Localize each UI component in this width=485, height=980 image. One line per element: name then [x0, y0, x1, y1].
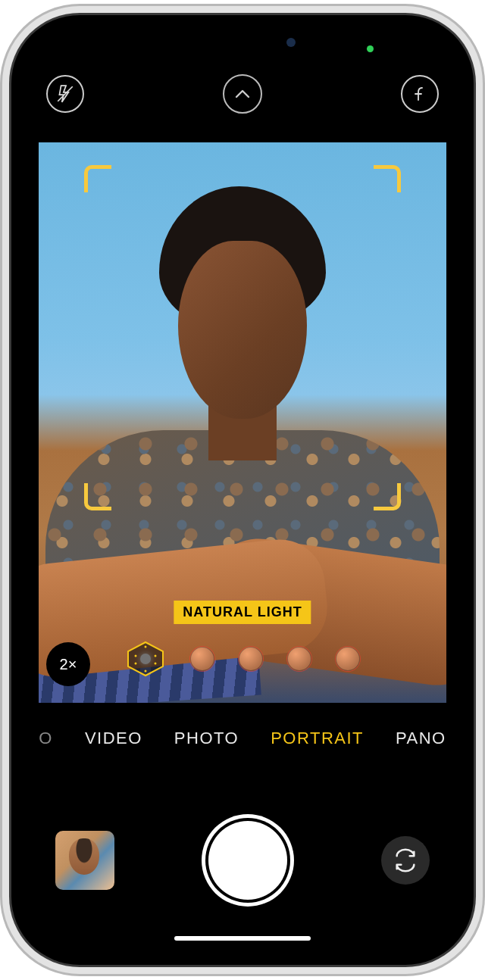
svg-point-2 [135, 655, 137, 657]
svg-point-3 [155, 655, 157, 657]
mode-item-pano[interactable]: PANO [396, 729, 446, 748]
hexagon-icon [125, 641, 166, 677]
focus-corner-icon [84, 165, 111, 192]
chevron-up-icon [235, 89, 250, 98]
mode-item-video[interactable]: VIDEO [85, 729, 142, 748]
zoom-level-button[interactable]: 2× [46, 642, 90, 686]
lighting-option-selected[interactable] [125, 641, 166, 677]
home-indicator[interactable] [174, 936, 311, 941]
lighting-selector[interactable] [125, 641, 360, 677]
focus-corner-icon [374, 165, 401, 192]
power-button [473, 257, 474, 341]
notch [152, 29, 333, 56]
camera-bottom-bar [27, 815, 458, 906]
lighting-option[interactable] [239, 647, 263, 671]
flash-off-icon [55, 84, 75, 104]
f-number-icon [411, 85, 429, 103]
focus-corner-icon [84, 483, 111, 510]
camera-mode-selector[interactable]: O VIDEO PHOTO PORTRAIT PANO [27, 719, 458, 757]
viewfinder[interactable]: NATURAL LIGHT 2× [39, 142, 446, 703]
lighting-option[interactable] [190, 647, 214, 671]
camera-in-use-indicator [367, 45, 374, 52]
svg-point-5 [155, 663, 157, 665]
camera-flip-icon [393, 847, 418, 873]
focus-corner-icon [374, 483, 401, 510]
camera-flip-button[interactable] [381, 836, 430, 885]
camera-controls-expand-button[interactable] [223, 74, 262, 114]
camera-top-bar [27, 70, 458, 118]
mode-item-photo[interactable]: PHOTO [174, 729, 239, 748]
mode-item[interactable]: O [39, 729, 53, 748]
svg-point-7 [145, 670, 147, 673]
iphone-device-frame: NATURAL LIGHT 2× [11, 15, 474, 965]
zoom-level-value: 2× [60, 656, 77, 673]
lighting-option[interactable] [287, 647, 311, 671]
last-photo-thumbnail[interactable] [55, 831, 114, 890]
screen: NATURAL LIGHT 2× [27, 29, 458, 951]
shutter-button[interactable] [208, 821, 287, 900]
depth-control-button[interactable] [401, 75, 439, 113]
flash-toggle-button[interactable] [46, 75, 84, 113]
lighting-mode-label: NATURAL LIGHT [174, 601, 311, 624]
svg-point-6 [145, 646, 147, 648]
svg-point-4 [135, 663, 137, 665]
silence-switch [11, 182, 12, 212]
lighting-option[interactable] [336, 647, 360, 671]
volume-down-button [11, 311, 12, 364]
volume-up-button [11, 242, 12, 295]
mode-item-portrait[interactable]: PORTRAIT [271, 729, 364, 748]
